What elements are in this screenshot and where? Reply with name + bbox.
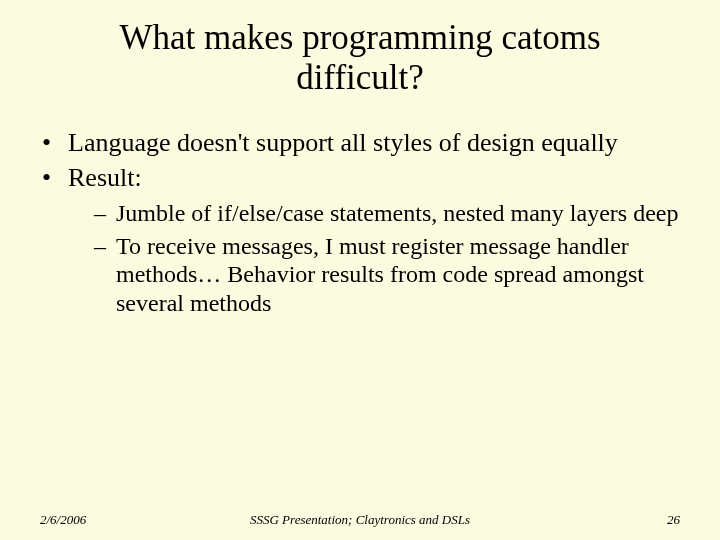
- bullet-item: Result: Jumble of if/else/case statement…: [40, 162, 680, 318]
- bullet-item: Language doesn't support all styles of d…: [40, 127, 680, 158]
- sub-bullet-item: To receive messages, I must register mes…: [94, 232, 680, 318]
- bullet-text: Result:: [68, 163, 142, 192]
- slide-title: What makes programming catoms difficult?: [60, 18, 660, 99]
- slide-footer: 2/6/2006 SSSG Presentation; Claytronics …: [0, 512, 720, 528]
- slide-body: Language doesn't support all styles of d…: [40, 127, 680, 319]
- footer-title: SSSG Presentation; Claytronics and DSLs: [230, 512, 490, 528]
- sub-bullet-item: Jumble of if/else/case statements, neste…: [94, 199, 680, 228]
- footer-date: 2/6/2006: [40, 512, 160, 528]
- footer-page-number: 26: [560, 512, 680, 528]
